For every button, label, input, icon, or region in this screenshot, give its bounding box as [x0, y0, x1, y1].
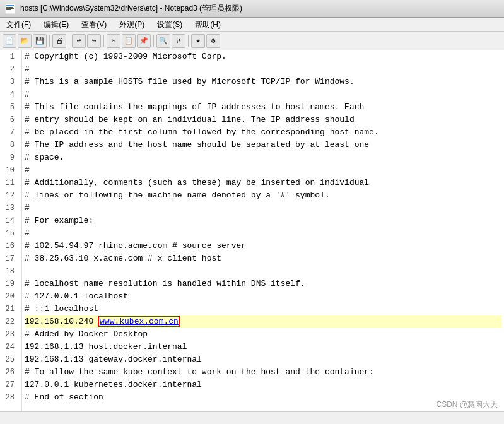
new-btn[interactable]: 📄 [3, 34, 16, 48]
code-line: # For example: [25, 215, 501, 227]
replace-btn[interactable]: ⇄ [172, 34, 185, 48]
line-number: 21 [0, 303, 18, 315]
sep5 [188, 35, 189, 47]
code-line: 192.168.1.13 host.docker.internal [25, 341, 501, 353]
code-line: # entry should be kept on an individual … [25, 114, 501, 126]
line-number: 15 [0, 227, 18, 240]
code-line: # The IP address and the host name shoul… [25, 139, 501, 151]
menu-item[interactable]: 文件(F) [0, 19, 37, 30]
sep3 [103, 35, 104, 47]
code-line: 127.0.0.1 kubernetes.docker.internal [25, 379, 501, 391]
menu-item[interactable]: 外观(P) [113, 19, 151, 30]
code-line: # space. [25, 151, 501, 164]
sep4 [153, 35, 154, 47]
menu-bar[interactable]: 文件(F)编辑(E)查看(V)外观(P)设置(S)帮助(H) [0, 18, 504, 32]
line-number: 27 [0, 379, 18, 391]
save-btn[interactable]: 💾 [33, 34, 47, 48]
line-number: 22 [0, 315, 18, 328]
code-line: # This is a sample HOSTS file used by Mi… [25, 76, 501, 88]
menu-item[interactable]: 帮助(H) [189, 19, 227, 30]
code-line: # [25, 227, 501, 240]
cut-btn[interactable]: ✂ [107, 34, 120, 48]
code-line: # Added by Docker Desktop [25, 328, 501, 341]
line-number: 19 [0, 278, 18, 290]
window-title: hosts [C:\Windows\System32\drivers\etc] … [20, 3, 242, 14]
code-line: 192.168.10.240 www.kubex.com.cn [25, 315, 501, 328]
editor-content[interactable]: # Copyright (c) 1993-2009 Microsoft Corp… [22, 50, 504, 411]
status-bar: CSDN @慧闲大大 [0, 411, 504, 424]
copy-btn[interactable]: 📋 [122, 34, 136, 48]
undo-btn[interactable]: ↩ [72, 34, 86, 48]
svg-rect-1 [6, 5, 14, 6]
code-line: # [25, 63, 501, 76]
line-number: 3 [0, 76, 18, 88]
line-number: 9 [0, 151, 18, 164]
line-number: 25 [0, 353, 18, 366]
line-number: 17 [0, 252, 18, 265]
line-number: 6 [0, 114, 18, 126]
code-line: # 127.0.0.1 localhost [25, 290, 501, 303]
print-btn[interactable]: 🖨 [52, 34, 66, 48]
line-number: 2 [0, 63, 18, 76]
app-icon [5, 4, 15, 14]
code-line: # [25, 164, 501, 177]
host-link[interactable]: www.kubex.com.cn [98, 316, 180, 327]
code-line: # Additionally, comments (such as these)… [25, 177, 501, 189]
code-line [25, 265, 501, 278]
code-line: # To allow the same kube context to work… [25, 366, 501, 379]
watermark: CSDN @慧闲大大 [436, 399, 498, 410]
line-number: 7 [0, 126, 18, 139]
code-line: # 102.54.94.97 rhino.acme.com # source s… [25, 240, 501, 252]
paste-btn[interactable]: 📌 [137, 34, 151, 48]
menu-item[interactable]: 设置(S) [151, 19, 189, 30]
code-line: 192.168.1.13 gateway.docker.internal [25, 353, 501, 366]
line-number: 13 [0, 202, 18, 215]
title-bar: hosts [C:\Windows\System32\drivers\etc] … [0, 0, 504, 18]
line-number: 14 [0, 215, 18, 227]
line-number: 1 [0, 50, 18, 63]
line-number: 18 [0, 265, 18, 278]
settings-btn[interactable]: ⚙ [206, 34, 220, 48]
code-line: # This file contains the mappings of IP … [25, 101, 501, 114]
editor-container: 1234567891011121314151617181920212223242… [0, 50, 504, 411]
line-number: 16 [0, 240, 18, 252]
line-number: 8 [0, 139, 18, 151]
line-number: 23 [0, 328, 18, 341]
line-number: 10 [0, 164, 18, 177]
line-number: 12 [0, 189, 18, 202]
line-number: 20 [0, 290, 18, 303]
line-number: 24 [0, 341, 18, 353]
sep2 [69, 35, 69, 47]
line-number: 5 [0, 101, 18, 114]
code-line: # 38.25.63.10 x.acme.com # x client host [25, 252, 501, 265]
svg-rect-4 [6, 9, 11, 10]
code-line: # Copyright (c) 1993-2009 Microsoft Corp… [25, 50, 501, 63]
bookmark-btn[interactable]: ★ [191, 34, 205, 48]
svg-rect-2 [6, 7, 13, 8]
code-line: # End of section [25, 391, 501, 404]
code-line: # lines or following the machine name de… [25, 189, 501, 202]
open-btn[interactable]: 📂 [18, 34, 32, 48]
code-line: # localhost name resolution is handled w… [25, 278, 501, 290]
line-numbers: 1234567891011121314151617181920212223242… [0, 50, 22, 411]
line-number: 26 [0, 366, 18, 379]
toolbar[interactable]: 📄 📂 💾 🖨 ↩ ↪ ✂ 📋 📌 🔍 ⇄ ★ ⚙ [0, 32, 504, 50]
code-line: # [25, 88, 501, 101]
menu-item[interactable]: 编辑(E) [37, 19, 75, 30]
code-line: # [25, 202, 501, 215]
menu-item[interactable]: 查看(V) [75, 19, 113, 30]
code-line: # ::1 localhost [25, 303, 501, 315]
line-number: 28 [0, 391, 18, 404]
find-btn[interactable]: 🔍 [156, 34, 170, 48]
sep1 [49, 35, 50, 47]
code-line: # be placed in the first column followed… [25, 126, 501, 139]
line-number: 11 [0, 177, 18, 189]
svg-rect-3 [6, 8, 14, 9]
redo-btn[interactable]: ↪ [87, 34, 101, 48]
line-number: 4 [0, 88, 18, 101]
ip-address: 192.168.10.240 [25, 317, 98, 326]
